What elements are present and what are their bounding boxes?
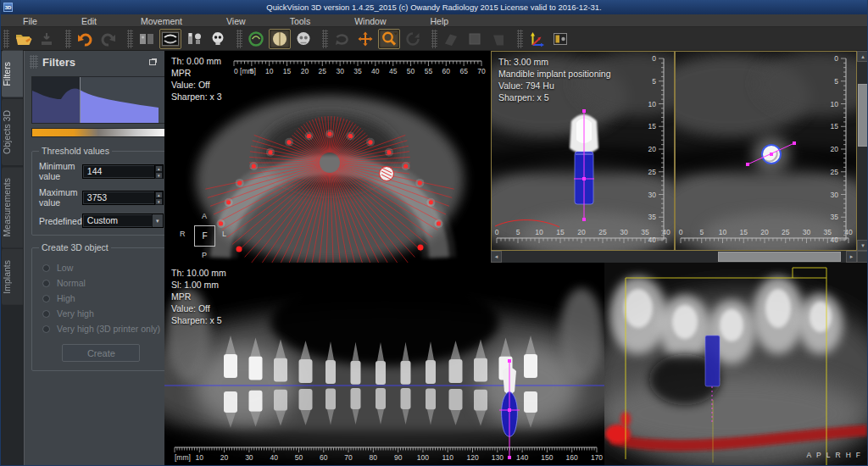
menu-item-view[interactable]: View [204,14,268,26]
panel-header: Filters × [25,51,178,73]
skull-button[interactable] [207,29,229,49]
redo-icon [99,30,118,48]
toolbar-grip [65,30,71,48]
minimum-value-spinner[interactable]: ▴▾ [154,165,163,178]
toolbar-grip [431,30,437,48]
import-button[interactable] [36,29,58,49]
pan-button[interactable] [354,29,376,49]
panoramic-image [164,263,604,466]
toolbar-group [136,29,229,49]
spin-up-icon[interactable]: ▴ [155,165,163,172]
toolbar-group [526,29,571,49]
volume-icon [294,30,313,48]
maximum-value-label: Maximum value [39,187,82,208]
title-bar[interactable]: 3D QuickVision 3D version 1.4.25_2015 (c… [1,0,867,14]
volume-3d-viewport[interactable]: APLRHF [604,263,868,466]
sidebar-tab-filters[interactable]: Filters [2,51,23,97]
arch-button[interactable] [245,29,267,49]
panel-title: Filters [42,56,144,69]
redo-button[interactable] [97,29,120,49]
undo-button[interactable] [74,29,96,49]
radio-high[interactable]: High [42,293,164,303]
scroll-down-icon[interactable]: ▾ [857,240,868,251]
radio-normal[interactable]: Normal [42,278,164,288]
menu-item-file[interactable]: File [1,14,59,26]
rotate-icon [332,30,351,48]
rotate-button[interactable] [331,29,353,49]
axial-mpr-viewport[interactable]: Th: 0.00 mmMPRValue: OffSharpen: x 3 0 [… [164,51,491,263]
predefined-dropdown[interactable]: Custom ▾ [82,214,164,228]
panel-grip-handle[interactable] [30,55,38,69]
orientation-anterior: A [202,212,207,220]
create-group-title: Create 3D object [39,242,111,252]
create-button[interactable]: Create [62,344,140,362]
cross-section-implant-viewport[interactable]: Th: 3.00 mmMandible implant positioningV… [491,51,675,251]
spin-down-icon[interactable]: ▾ [155,198,163,205]
vertical-scroll-track[interactable] [857,62,868,240]
horizontal-scroll-track[interactable] [502,251,846,263]
menu-item-edit[interactable]: Edit [59,14,119,26]
implant-views-button[interactable] [183,29,205,49]
sidebar-tab-measurements[interactable]: Measurements [2,167,23,247]
skull-icon [209,30,227,48]
filters-panel: Filters × Threshold values Minimum value… [24,51,178,465]
axes-icon [527,30,546,48]
plane2-button[interactable] [464,29,486,49]
toolbar-grip [517,30,523,48]
plane3-button[interactable] [487,29,509,49]
vertical-scroll-thumb[interactable] [858,84,868,147]
panoramic-viewport[interactable]: Th: 10.00 mmSl: 1.00 mmMPRValue: OffShar… [164,263,604,466]
minimum-value: 144 [83,165,154,178]
scroll-up-icon[interactable]: ▴ [857,51,868,62]
volume-button[interactable] [292,29,314,49]
horizontal-scrollbar[interactable]: ◂ ▸ [491,251,857,263]
minimum-value-input[interactable]: 144 ▴▾ [82,164,164,179]
spin-up-icon[interactable]: ▴ [155,191,163,198]
radio-very-high-3d-printer-only[interactable]: Very high (3D printer only) [42,324,164,334]
zoom-button[interactable] [378,29,400,49]
minimum-value-label: Minimum value [39,161,82,181]
radio-very-high[interactable]: Very high [42,308,164,319]
histogram-threshold-region[interactable] [32,77,81,123]
scroll-left-icon[interactable]: ◂ [491,251,502,263]
scroll-right-icon[interactable]: ▸ [846,251,857,263]
toolbar-grip [322,30,328,48]
spin-down-icon[interactable]: ▾ [155,172,163,179]
toolbar-group [440,29,509,49]
maximum-value-spinner[interactable]: ▴▾ [154,191,163,204]
menu-item-window[interactable]: Window [332,14,408,26]
chevron-down-icon[interactable]: ▾ [152,214,163,227]
panoramic-overlay-labels: Th: 10.00 mmSl: 1.00 mmMPRValue: OffShar… [171,267,226,326]
implant-views-icon [185,30,203,48]
axes-button[interactable] [526,29,548,49]
window-title: QuickVision 3D version 1.4.25_2015 (c) O… [1,3,867,12]
rotate3d-button[interactable] [402,29,424,49]
pan-icon [356,30,375,48]
vertical-scrollbar[interactable]: ▴ ▾ [857,51,868,251]
sidebar: FiltersObjects 3DMeasurementsImplants Fi… [1,51,164,465]
menu-item-help[interactable]: Help [409,14,471,26]
panoramic-button[interactable] [159,29,181,49]
predefined-label: Predefined [39,216,82,226]
panel-float-button[interactable] [147,57,159,67]
menu-item-tools[interactable]: Tools [268,14,333,26]
radio-low[interactable]: Low [42,263,164,273]
layout-button[interactable] [549,29,571,49]
maximum-value-input[interactable]: 3753 ▴▾ [82,191,164,205]
threshold-histogram[interactable] [31,76,171,124]
open-button[interactable] [12,29,34,49]
sphere-button[interactable] [269,29,291,49]
toolbar-grip [3,30,9,48]
menu-item-movement[interactable]: Movement [119,14,204,26]
radio-icon [42,264,50,272]
sidebar-tab-objects-3d[interactable]: Objects 3D [2,99,23,165]
panoramic-icon [161,30,180,48]
horizontal-scroll-thumb[interactable] [718,252,841,262]
threshold-values-group: Threshold values Minimum value 144 ▴▾ Ma… [31,146,171,236]
plane1-button[interactable] [440,29,462,49]
cross-section-perpendicular-viewport[interactable]: 0510152025303540 0510152025303540 [675,51,857,251]
toolbar-group [12,29,58,49]
ceph-button[interactable] [136,29,158,49]
sidebar-tab-implants[interactable]: Implants [2,249,23,305]
layout-icon [551,30,570,48]
